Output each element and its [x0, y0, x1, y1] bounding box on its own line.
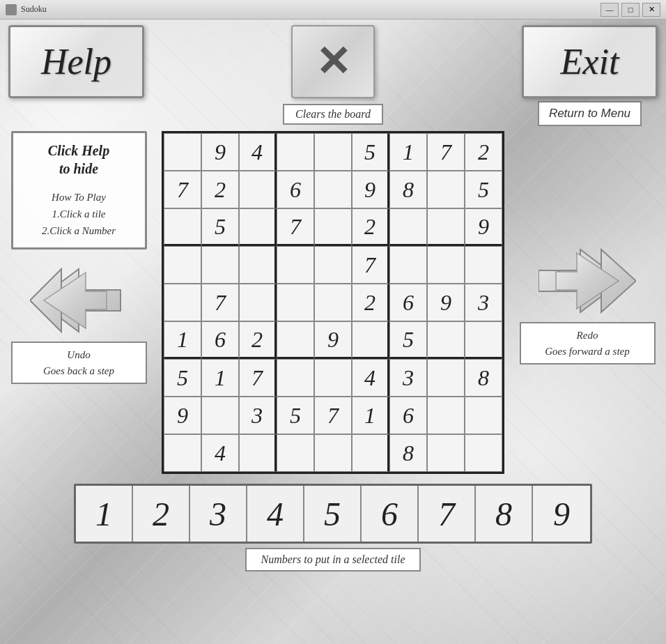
cell-0-2[interactable]: 4 — [239, 133, 277, 171]
cell-5-3[interactable] — [277, 321, 314, 359]
cell-0-3[interactable] — [277, 133, 314, 171]
help-button[interactable]: Help — [8, 25, 144, 98]
redo-button[interactable] — [539, 243, 636, 319]
cell-0-1[interactable]: 9 — [201, 133, 239, 171]
number-button-4[interactable]: 4 — [247, 486, 304, 542]
cell-0-6[interactable]: 1 — [389, 133, 427, 171]
cell-3-5[interactable]: 7 — [352, 246, 389, 284]
cell-5-5[interactable] — [352, 321, 389, 359]
cell-1-1[interactable]: 2 — [201, 171, 239, 208]
cell-1-5[interactable]: 9 — [352, 171, 389, 208]
cell-5-1[interactable]: 6 — [201, 321, 239, 359]
cell-2-7[interactable] — [427, 208, 465, 246]
cell-7-1[interactable] — [201, 397, 239, 434]
cell-3-7[interactable] — [427, 246, 465, 284]
cell-7-7[interactable] — [427, 397, 465, 434]
cell-3-0[interactable] — [164, 246, 201, 284]
cell-3-3[interactable] — [277, 246, 314, 284]
minimize-button[interactable]: — — [601, 3, 619, 17]
cell-5-6[interactable]: 5 — [389, 321, 427, 359]
cell-2-2[interactable] — [239, 208, 277, 246]
cell-2-5[interactable]: 2 — [352, 208, 389, 246]
cell-7-3[interactable]: 5 — [277, 397, 314, 434]
cell-8-6[interactable]: 8 — [389, 434, 427, 472]
cell-5-8[interactable] — [465, 321, 502, 359]
how-to-play-title: How To Play — [19, 189, 139, 206]
cell-8-0[interactable] — [164, 434, 201, 472]
cell-3-4[interactable] — [314, 246, 352, 284]
cell-4-2[interactable] — [239, 284, 277, 321]
cell-8-4[interactable] — [314, 434, 352, 472]
cell-5-4[interactable]: 9 — [314, 321, 352, 359]
number-button-7[interactable]: 7 — [419, 486, 476, 542]
cell-6-1[interactable]: 1 — [201, 359, 239, 397]
cell-7-2[interactable]: 3 — [239, 397, 277, 434]
cell-3-2[interactable] — [239, 246, 277, 284]
cell-6-4[interactable] — [314, 359, 352, 397]
cell-0-7[interactable]: 7 — [427, 133, 465, 171]
cell-2-1[interactable]: 5 — [201, 208, 239, 246]
cell-2-8[interactable]: 9 — [465, 208, 502, 246]
cell-6-2[interactable]: 7 — [239, 359, 277, 397]
clear-board-button[interactable]: ✕ — [291, 25, 375, 98]
cell-4-6[interactable]: 6 — [389, 284, 427, 321]
cell-4-3[interactable] — [277, 284, 314, 321]
number-button-8[interactable]: 8 — [476, 486, 533, 542]
number-button-5[interactable]: 5 — [304, 486, 362, 542]
cell-2-4[interactable] — [314, 208, 352, 246]
cell-7-0[interactable]: 9 — [164, 397, 201, 434]
number-button-6[interactable]: 6 — [362, 486, 419, 542]
cell-8-5[interactable] — [352, 434, 389, 472]
cell-6-6[interactable]: 3 — [389, 359, 427, 397]
cell-0-5[interactable]: 5 — [352, 133, 389, 171]
cell-0-0[interactable] — [164, 133, 201, 171]
cell-2-0[interactable] — [164, 208, 201, 246]
cell-4-8[interactable]: 3 — [465, 284, 502, 321]
cell-7-8[interactable] — [465, 397, 502, 434]
cell-1-8[interactable]: 5 — [465, 171, 502, 208]
cell-6-5[interactable]: 4 — [352, 359, 389, 397]
cell-8-7[interactable] — [427, 434, 465, 472]
cell-4-0[interactable] — [164, 284, 201, 321]
cell-2-6[interactable] — [389, 208, 427, 246]
cell-6-8[interactable]: 8 — [465, 359, 502, 397]
number-button-3[interactable]: 3 — [190, 486, 247, 542]
number-button-1[interactable]: 1 — [76, 486, 133, 542]
cell-4-7[interactable]: 9 — [427, 284, 465, 321]
cell-0-8[interactable]: 2 — [465, 133, 502, 171]
cell-4-1[interactable]: 7 — [201, 284, 239, 321]
cell-1-0[interactable]: 7 — [164, 171, 201, 208]
cell-8-1[interactable]: 4 — [201, 434, 239, 472]
undo-button[interactable] — [30, 262, 127, 339]
cell-0-4[interactable] — [314, 133, 352, 171]
cell-1-7[interactable] — [427, 171, 465, 208]
cell-1-3[interactable]: 6 — [277, 171, 314, 208]
maximize-button[interactable]: □ — [621, 3, 640, 17]
number-button-2[interactable]: 2 — [133, 486, 190, 542]
cell-4-4[interactable] — [314, 284, 352, 321]
cell-6-3[interactable] — [277, 359, 314, 397]
close-button[interactable]: ✕ — [642, 3, 660, 17]
cell-6-0[interactable]: 5 — [164, 359, 201, 397]
exit-button[interactable]: Exit — [522, 25, 658, 98]
cell-8-8[interactable] — [465, 434, 502, 472]
cell-1-6[interactable]: 8 — [389, 171, 427, 208]
cell-8-3[interactable] — [277, 434, 314, 472]
cell-5-0[interactable]: 1 — [164, 321, 201, 359]
cell-8-2[interactable] — [239, 434, 277, 472]
cell-7-5[interactable]: 1 — [352, 397, 389, 434]
cell-6-7[interactable] — [427, 359, 465, 397]
cell-3-6[interactable] — [389, 246, 427, 284]
number-button-9[interactable]: 9 — [533, 486, 590, 542]
return-to-menu-button[interactable]: Return to Menu — [538, 101, 642, 126]
cell-1-4[interactable] — [314, 171, 352, 208]
cell-1-2[interactable] — [239, 171, 277, 208]
cell-4-5[interactable]: 2 — [352, 284, 389, 321]
cell-3-1[interactable] — [201, 246, 239, 284]
cell-3-8[interactable] — [465, 246, 502, 284]
cell-7-6[interactable]: 6 — [389, 397, 427, 434]
cell-5-2[interactable]: 2 — [239, 321, 277, 359]
cell-7-4[interactable]: 7 — [314, 397, 352, 434]
cell-5-7[interactable] — [427, 321, 465, 359]
cell-2-3[interactable]: 7 — [277, 208, 314, 246]
